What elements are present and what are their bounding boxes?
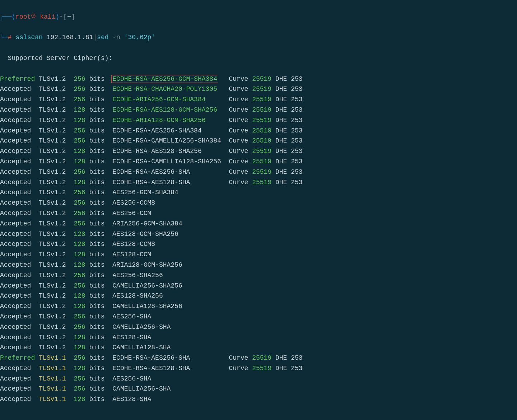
bit-count: 128: [74, 334, 85, 341]
cipher-row: Accepted TLSv1.1 256 bits CAMELLIA256-SH…: [0, 384, 517, 394]
bits-label: bits: [85, 375, 113, 382]
terminal[interactable]: ┌──(root㉿ kali)-[~] └─# sslscan 192.168.…: [0, 0, 517, 415]
cipher-row: Preferred TLSv1.1 256 bits ECDHE-RSA-AES…: [0, 353, 517, 363]
bit-count: 256: [74, 189, 85, 196]
tls-version: TLSv1.2: [39, 220, 74, 227]
cipher-row: Accepted TLSv1.2 256 bits CAMELLIA256-SH…: [0, 281, 517, 291]
dhe-value: 253: [291, 179, 302, 186]
dhe-label: DHE: [271, 127, 291, 134]
bit-count: 256: [74, 127, 85, 134]
bit-count: 256: [74, 282, 85, 289]
bit-count: 256: [74, 323, 85, 331]
tls-version: TLSv1.2: [39, 230, 74, 238]
curve-label: Curve: [229, 96, 252, 103]
status-label: Accepted: [0, 375, 39, 382]
bits-label: bits: [85, 230, 113, 238]
curve-value: 25519: [252, 354, 271, 361]
cipher-name: CAMELLIA256-SHA: [112, 385, 171, 392]
prompt-close-bracket: ]: [71, 13, 75, 20]
spacer: [206, 96, 229, 103]
dhe-value: 253: [291, 106, 302, 113]
dhe-label: DHE: [271, 354, 291, 361]
cipher-name: AES128-SHA: [112, 334, 151, 341]
cipher-name: ECDHE-ARIA256-GCM-SHA384: [112, 96, 205, 103]
status-label: Preferred: [0, 75, 39, 83]
spacer: [190, 354, 229, 361]
prompt-hash: #: [8, 34, 12, 41]
spacer: [202, 148, 229, 155]
bit-count: 256: [74, 375, 85, 382]
tls-version: TLSv1.2: [39, 179, 74, 186]
dhe-value: 253: [291, 127, 302, 134]
prompt-open-paren: (: [11, 13, 15, 20]
curve-value: 25519: [252, 106, 271, 113]
cipher-name: CAMELLIA256-SHA256: [112, 282, 182, 289]
status-label: Accepted: [0, 168, 39, 176]
bit-count: 256: [74, 199, 85, 206]
bits-label: bits: [85, 313, 113, 320]
curve-value: 25519: [252, 158, 271, 165]
cipher-name: ECDHE-RSA-AES256-GCM-SHA384: [111, 75, 218, 83]
bits-label: bits: [85, 272, 113, 279]
dhe-value: 253: [291, 168, 302, 176]
bit-count: 128: [74, 117, 85, 124]
cipher-row: Accepted TLSv1.2 128 bits AES128-SHA: [0, 332, 517, 343]
cipher-row: Accepted TLSv1.2 128 bits ECDHE-RSA-AES1…: [0, 177, 517, 188]
prompt-host: kali: [36, 13, 55, 20]
spacer: [190, 168, 229, 176]
bits-label: bits: [85, 189, 113, 196]
bits-label: bits: [85, 85, 113, 93]
curve-label: Curve: [229, 354, 252, 361]
cipher-row: Accepted TLSv1.2 256 bits ECDHE-RSA-CAME…: [0, 136, 517, 146]
cipher-name: AES256-GCM-SHA384: [112, 189, 178, 196]
command-flag: -n: [112, 34, 124, 41]
cipher-name: ECDHE-RSA-AES128-GCM-SHA256: [112, 106, 217, 113]
cipher-row: Accepted TLSv1.2 128 bits CAMELLIA128-SH…: [0, 342, 517, 353]
cipher-row: Accepted TLSv1.2 256 bits ECDHE-ARIA256-…: [0, 94, 517, 105]
spacer: [221, 158, 229, 165]
bit-count: 128: [74, 158, 85, 165]
bit-count: 128: [74, 344, 85, 351]
status-label: Accepted: [0, 189, 39, 196]
bits-label: bits: [85, 354, 113, 361]
prompt-line-1: ┌──(root㉿ kali)-[~]: [0, 12, 517, 22]
tls-version: TLSv1.2: [39, 199, 74, 206]
cipher-row: Accepted TLSv1.2 128 bits ECDHE-ARIA128-…: [0, 115, 517, 126]
dhe-value: 253: [291, 158, 302, 165]
tls-version: TLSv1.2: [39, 323, 74, 331]
prompt-close-paren: ): [55, 13, 59, 20]
bits-label: bits: [85, 344, 113, 351]
tls-version: TLSv1.2: [39, 344, 74, 351]
status-label: Accepted: [0, 292, 39, 299]
tls-version: TLSv1.2: [39, 168, 74, 176]
bit-count: 256: [74, 220, 85, 227]
section-header: Supported Server Cipher(s):: [0, 53, 517, 64]
cipher-row: Accepted TLSv1.1 128 bits AES128-SHA: [0, 394, 517, 405]
bits-label: bits: [85, 241, 113, 248]
tls-version: TLSv1.1: [39, 385, 74, 392]
tls-version: TLSv1.2: [39, 148, 74, 155]
cipher-row: Accepted TLSv1.2 128 bits ECDHE-RSA-CAME…: [0, 157, 517, 167]
bit-count: 256: [74, 85, 85, 93]
dhe-value: 253: [291, 137, 302, 144]
cipher-table: Preferred TLSv1.2 256 bits ECDHE-RSA-AES…: [0, 74, 517, 405]
tls-version: TLSv1.2: [39, 189, 74, 196]
status-label: Accepted: [0, 127, 39, 134]
curve-label: Curve: [229, 158, 252, 165]
cipher-row: Accepted TLSv1.2 256 bits ECDHE-RSA-CHAC…: [0, 84, 517, 94]
curve-value: 25519: [252, 127, 271, 134]
dhe-label: DHE: [271, 96, 291, 103]
cipher-row: Accepted TLSv1.2 256 bits ECDHE-RSA-AES2…: [0, 167, 517, 177]
tls-version: TLSv1.2: [39, 334, 74, 341]
bit-count: 256: [74, 354, 85, 361]
cipher-row: Accepted TLSv1.2 128 bits AES128-GCM-SHA…: [0, 229, 517, 239]
cipher-name: ARIA128-GCM-SHA256: [112, 261, 182, 269]
status-label: Preferred: [0, 354, 39, 361]
dhe-value: 253: [291, 96, 302, 103]
status-label: Accepted: [0, 199, 39, 206]
prompt-tree-bot: └─: [0, 34, 8, 41]
tls-version: TLSv1.2: [39, 251, 74, 258]
dhe-value: 253: [291, 85, 302, 93]
status-label: Accepted: [0, 85, 39, 93]
bit-count: 256: [74, 168, 85, 176]
